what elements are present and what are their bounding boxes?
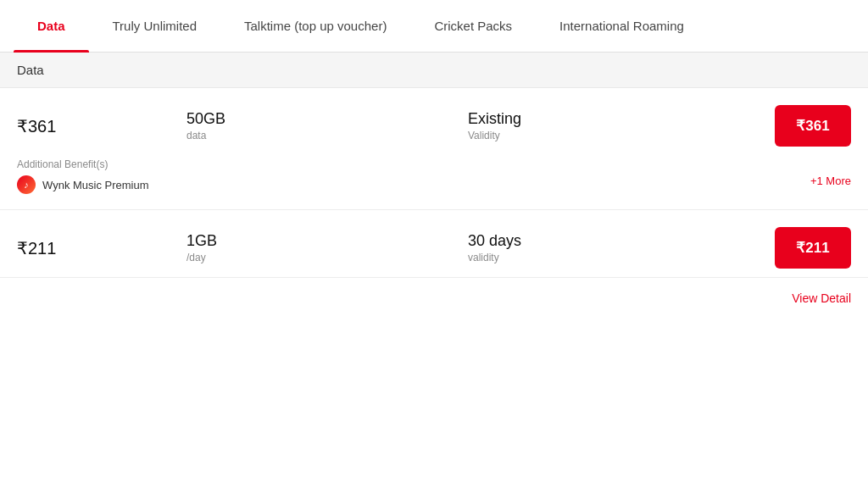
benefits-label-1: Additional Benefit(s) xyxy=(17,158,149,170)
tab-data[interactable]: Data xyxy=(14,0,89,52)
plan-action-col-1: ₹361 xyxy=(749,105,851,147)
plan-bottom-row-1: Additional Benefit(s) ♪ Wynk Music Premi… xyxy=(17,155,851,209)
plan-data-col-2: 1GB /day xyxy=(186,232,468,263)
tab-navigation: Data Truly Unlimited Talktime (top up vo… xyxy=(0,0,868,53)
section-header: Data xyxy=(0,53,868,88)
benefit-item-1: ♪ Wynk Music Premium xyxy=(17,175,149,194)
more-link-1[interactable]: +1 More xyxy=(810,175,851,199)
plan-data-label-1: data xyxy=(186,130,468,141)
plan-data-amount-1: 50GB xyxy=(186,110,468,128)
plan-action-col-2: ₹211 xyxy=(749,227,851,269)
plan-validity-amount-1: Existing xyxy=(468,110,749,128)
plan-data-amount-2: 1GB xyxy=(186,232,468,250)
plan-validity-label-2: validity xyxy=(468,252,749,263)
plan-card-1: ₹361 50GB data Existing Validity ₹361 Ad… xyxy=(0,88,868,210)
wynk-music-label: Wynk Music Premium xyxy=(42,179,149,191)
plan-validity-amount-2: 30 days xyxy=(468,232,749,250)
plan-validity-col-2: 30 days validity xyxy=(468,232,749,263)
buy-button-2[interactable]: ₹211 xyxy=(775,227,851,269)
plan-validity-label-1: Validity xyxy=(468,130,749,141)
view-detail-link[interactable]: View Detail xyxy=(792,291,851,305)
wynk-icon: ♪ xyxy=(17,175,36,194)
plan-card-2: ₹211 1GB /day 30 days validity ₹211 xyxy=(0,210,868,278)
tab-truly-unlimited[interactable]: Truly Unlimited xyxy=(89,0,220,52)
tab-cricket-packs[interactable]: Cricket Packs xyxy=(410,0,536,52)
benefits-row-1: Additional Benefit(s) ♪ Wynk Music Premi… xyxy=(17,155,149,199)
plan-data-col-1: 50GB data xyxy=(186,110,468,141)
plan-data-label-2: /day xyxy=(186,252,468,263)
plan-main-row-1: ₹361 50GB data Existing Validity ₹361 xyxy=(17,88,851,155)
buy-button-1[interactable]: ₹361 xyxy=(775,105,851,147)
wynk-icon-inner: ♪ xyxy=(24,180,29,190)
plan-main-row-2: ₹211 1GB /day 30 days validity ₹211 xyxy=(17,210,851,277)
section-header-label: Data xyxy=(17,63,44,77)
view-detail-row: View Detail xyxy=(0,278,868,322)
plan-validity-col-1: Existing Validity xyxy=(468,110,749,141)
tab-international-roaming[interactable]: International Roaming xyxy=(536,0,708,52)
plan-price-1: ₹361 xyxy=(17,116,186,136)
tab-talktime[interactable]: Talktime (top up voucher) xyxy=(220,0,410,52)
plan-price-2: ₹211 xyxy=(17,238,186,258)
